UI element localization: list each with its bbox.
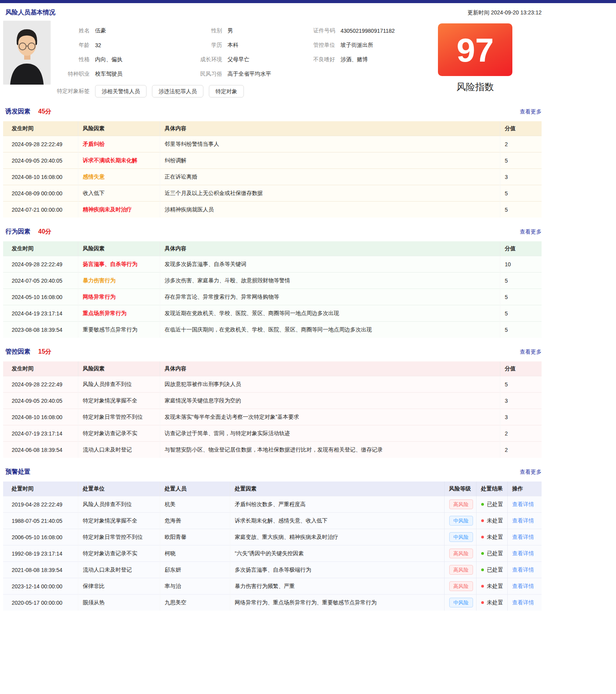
view-more-link[interactable]: 查看更多 — [520, 469, 542, 476]
table-row: 2024-07-05 20:40:05暴力伤害行为涉多次伤害、家庭暴力、斗殴、故… — [3, 273, 542, 289]
field-label: 学历 — [183, 42, 222, 49]
cell-action: 查看详情 — [507, 562, 542, 578]
risk-level-badge: 高风险 — [449, 499, 473, 510]
profile-field: 学历本科 — [183, 41, 296, 50]
result-status-dot — [481, 552, 484, 555]
cell-score: 5 — [500, 202, 542, 218]
field-value: 伍豪 — [95, 27, 106, 34]
cell-score: 3 — [500, 393, 542, 409]
view-detail-link[interactable]: 查看详情 — [512, 501, 534, 507]
profile-field: 性别男 — [183, 26, 296, 35]
table-header-row: 发生时间风险因素具体内容分值 — [3, 361, 542, 376]
view-detail-link[interactable]: 查看详情 — [512, 534, 534, 540]
cell-disposal-time: 2019-04-28 22:22:49 — [3, 496, 78, 513]
cell-score: 3 — [500, 409, 542, 425]
cell-disposal-time: 1992-08-19 23:17:14 — [3, 545, 78, 562]
special-object-tag[interactable]: 涉违法犯罪人员 — [152, 85, 203, 97]
cell-occur-time: 2024-09-28 22:22:49 — [3, 376, 78, 393]
section-behavior-factors: 行为因素 40分 查看更多 发生时间风险因素具体内容分值 2024-09-28 … — [3, 228, 542, 338]
section-score: 45分 — [38, 108, 51, 116]
cell-detail-content: 发现多次扬言滋事、自杀等关键词 — [160, 256, 500, 273]
table-row: 2021-08-08 18:39:54流动人口未及时登记郈东妍多次扬言滋事、自杀… — [3, 562, 542, 578]
profile-section: 姓名伍豪性别男证件号码430502199809171182年龄32学历本科管控单… — [3, 21, 542, 97]
special-object-tag[interactable]: 涉相关警情人员 — [95, 85, 146, 97]
result-status-dot — [481, 585, 484, 588]
cell-action: 查看详情 — [507, 513, 542, 529]
cell-score: 5 — [500, 305, 542, 322]
cell-disposal-result: 未处置 — [476, 595, 507, 611]
risk-level-badge: 高风险 — [449, 565, 473, 575]
table-header-row: 处置时间处置单位处置人员处置因素风险等级处置结果操作 — [3, 482, 542, 496]
view-detail-link[interactable]: 查看详情 — [512, 583, 534, 589]
cell-risk-level: 高风险 — [444, 562, 476, 578]
view-detail-link[interactable]: 查看详情 — [512, 567, 534, 573]
person-portrait-image — [3, 21, 51, 85]
cell-occur-time: 2024-06-08 18:39:54 — [3, 442, 78, 458]
field-value: 高于全省平均水平 — [228, 71, 271, 78]
cell-risk-factor: 重要敏感节点异常行为 — [78, 322, 160, 338]
cell-detail-content: 正在诉讼离婚 — [160, 169, 500, 185]
field-label: 证件号码 — [296, 27, 335, 34]
cell-disposal-unit: 眼须从热 — [78, 595, 160, 611]
risk-person-page: 风险人员基本情况 更新时间 2024-09-20 13:23:12 姓名伍豪性别… — [0, 9, 542, 611]
cell-score: 5 — [500, 289, 542, 305]
cell-disposal-factor: 网络异常行为、重点场所异常行为、重要敏感节点异常行为 — [230, 595, 444, 611]
table-row: 2019-04-28 22:22:49风险人员排查不到位杭美矛盾纠纷次数多、严重… — [3, 496, 542, 513]
result-status-dot — [481, 601, 484, 604]
profile-field: 证件号码430502199809171182 — [296, 26, 438, 35]
cell-action: 查看详情 — [507, 578, 542, 595]
view-more-link[interactable]: 查看更多 — [520, 349, 542, 356]
column-header: 风险因素 — [78, 121, 160, 136]
table-row: 2024-04-19 23:17:14重点场所异常行为发现近期在党政机关、学校、… — [3, 305, 542, 322]
cell-disposal-unit: 风险人员排查不到位 — [78, 496, 160, 513]
cell-risk-level: 中风险 — [444, 529, 476, 545]
cell-detail-content: 涉多次伤害、家庭暴力、斗殴、故意损毁财物等警情 — [160, 273, 500, 289]
tags-label: 特定对象标签 — [51, 88, 90, 95]
field-label: 管控单位 — [296, 42, 335, 49]
risk-level-badge: 中风险 — [449, 598, 473, 608]
result-status-text: 未处置 — [487, 583, 503, 589]
cell-disposal-result: 未处置 — [476, 529, 507, 545]
table-row: 2024-09-28 22:22:49风险人员排查不到位因故意犯罪被作出刑事判决… — [3, 376, 542, 393]
cell-score: 2 — [500, 425, 542, 442]
field-label: 成长环境 — [183, 56, 222, 63]
cell-disposal-factor: “六失”诱因中的关键失控因素 — [230, 545, 444, 562]
profile-fields: 姓名伍豪性别男证件号码430502199809171182年龄32学历本科管控单… — [51, 21, 438, 97]
view-more-link[interactable]: 查看更多 — [520, 108, 542, 115]
section-title: 预警处置 — [5, 468, 30, 476]
result-status-text: 未处置 — [487, 534, 503, 540]
table-row: 2024-08-10 16:08:00特定对象日常管控不到位发现未落实“每半年全… — [3, 409, 542, 425]
section-head: 诱发因素 45分 查看更多 — [3, 108, 542, 116]
section-score: 40分 — [38, 228, 51, 236]
section-warning-disposal: 预警处置 查看更多 处置时间处置单位处置人员处置因素风险等级处置结果操作 201… — [3, 468, 542, 611]
column-header: 风险因素 — [78, 241, 160, 256]
field-label: 民风习俗 — [183, 71, 222, 78]
cell-risk-factor: 流动人口未及时登记 — [78, 442, 160, 458]
tags-row: 特定对象标签 涉相关警情人员涉违法犯罪人员特定对象 — [51, 85, 438, 97]
field-label: 年龄 — [51, 42, 90, 49]
cell-disposal-factor: 矛盾纠纷次数多、严重程度高 — [230, 496, 444, 513]
cell-disposal-time: 1988-07-05 21:40:05 — [3, 513, 78, 529]
profile-field: 不良嗜好涉酒、赌博 — [296, 55, 438, 64]
special-object-tag[interactable]: 特定对象 — [209, 85, 244, 97]
cell-detail-content: 与智慧安防小区、物业登记居住数据，本地社保数据进行比对，发现有相关登记、缴存记录 — [160, 442, 500, 458]
view-more-link[interactable]: 查看更多 — [520, 228, 542, 235]
view-detail-link[interactable]: 查看详情 — [512, 599, 534, 605]
view-detail-link[interactable]: 查看详情 — [512, 550, 534, 556]
control-factors-table: 发生时间风险因素具体内容分值 2024-09-28 22:22:49风险人员排查… — [3, 361, 542, 458]
cell-score: 2 — [500, 136, 542, 152]
risk-score-value: 97 — [457, 33, 494, 67]
result-status-text: 未处置 — [487, 517, 503, 524]
table-row: 2024-07-19 23:17:14特定对象访查记录不实访查记录过于简单、雷同… — [3, 425, 542, 442]
section-head: 行为因素 40分 查看更多 — [3, 228, 542, 236]
cell-detail-content: 邻里等纠纷警情当事人 — [160, 136, 500, 152]
cell-detail-content: 在临近十一国庆期间，在党政机关、学校、医院、景区、商圈等同一地点周边多次出现 — [160, 322, 500, 338]
field-value: 男 — [228, 27, 233, 34]
update-time-value: 2024-09-20 13:23:12 — [491, 9, 542, 16]
risk-index-panel: 97 风险指数 — [438, 21, 512, 97]
column-header: 处置人员 — [160, 482, 230, 496]
cell-detail-content: 发现近期在党政机关、学校、医院、景区、商圈等同一地点周边多次出现 — [160, 305, 500, 322]
column-header: 分值 — [500, 241, 542, 256]
view-detail-link[interactable]: 查看详情 — [512, 517, 534, 524]
section-score: 15分 — [38, 348, 51, 356]
